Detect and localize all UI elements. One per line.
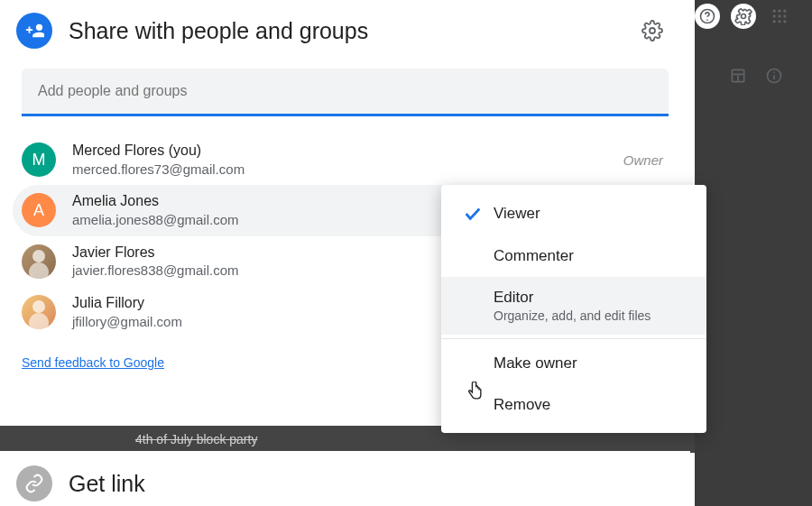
role-option-viewer[interactable]: Viewer (441, 192, 706, 235)
settings-icon[interactable] (731, 4, 756, 29)
dialog-title: Share with people and groups (69, 18, 636, 44)
check-icon (463, 204, 494, 224)
role-dropdown-menu: Viewer Commenter Editor Organize, add, a… (441, 185, 706, 433)
avatar: A (22, 193, 56, 227)
svg-point-1 (706, 19, 708, 21)
share-dialog: Share with people and groups M Merced Fl… (0, 0, 690, 386)
svg-point-18 (650, 28, 655, 33)
role-label: Commenter (494, 247, 687, 265)
person-row-owner[interactable]: M Merced Flores (you) merced.flores73@gm… (0, 134, 690, 185)
role-action-make-owner[interactable]: Make owner (441, 343, 706, 384)
info-icon[interactable] (761, 63, 787, 88)
dialog-settings-button[interactable] (636, 14, 669, 47)
svg-point-10 (778, 20, 780, 23)
svg-point-7 (778, 14, 780, 17)
svg-point-17 (773, 71, 775, 73)
role-action-remove[interactable]: Remove (441, 384, 706, 426)
svg-point-11 (783, 20, 786, 23)
layout-icon[interactable] (725, 63, 751, 88)
link-icon (16, 465, 52, 501)
help-icon[interactable] (695, 4, 720, 29)
person-email: merced.flores73@gmail.com (72, 161, 623, 179)
menu-divider (441, 338, 706, 339)
role-option-editor[interactable]: Editor Organize, add, and edit files (441, 277, 706, 335)
svg-point-5 (783, 10, 786, 13)
get-link-title: Get link (69, 471, 145, 497)
share-person-add-icon (16, 13, 52, 49)
dialog-header: Share with people and groups (0, 9, 690, 52)
role-label: Make owner (494, 354, 687, 373)
app-background (695, 0, 812, 506)
avatar (22, 244, 56, 279)
background-list-label: 4th of July block party (135, 432, 257, 446)
get-link-section: Get link (0, 451, 690, 506)
send-feedback-link[interactable]: Send feedback to Google (22, 355, 164, 370)
avatar (22, 295, 56, 329)
role-label: Editor (494, 289, 687, 307)
svg-point-3 (773, 10, 776, 13)
apps-icon[interactable] (767, 4, 792, 29)
svg-point-4 (778, 10, 780, 13)
svg-point-6 (773, 14, 776, 17)
svg-point-2 (742, 14, 746, 19)
avatar: M (22, 143, 56, 177)
add-people-input[interactable] (22, 69, 669, 116)
svg-point-9 (773, 20, 776, 23)
owner-label: Owner (623, 152, 663, 168)
svg-point-8 (783, 14, 786, 17)
role-label: Remove (494, 396, 687, 414)
person-name: Merced Flores (you) (72, 142, 623, 161)
role-sublabel: Organize, add, and edit files (494, 308, 687, 323)
role-label: Viewer (494, 205, 687, 223)
role-option-commenter[interactable]: Commenter (441, 235, 706, 277)
